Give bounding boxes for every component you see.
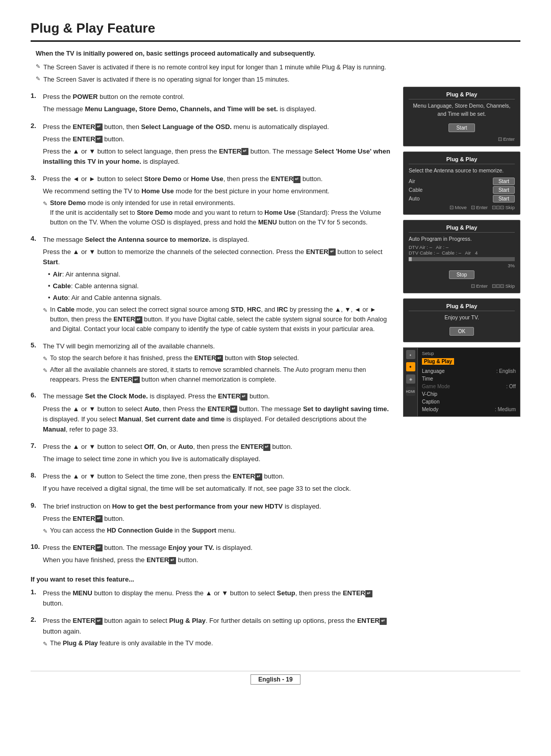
step-9-content: The brief instruction on How to get the …	[43, 501, 393, 538]
setup-menu-time-label: Time	[422, 376, 433, 382]
reset-step-1: Press the MENU button to display the men…	[31, 588, 393, 611]
step-3-content: Press the ◄ or ► button to select Store …	[43, 174, 393, 230]
step-2-line-1: Press the ENTER↵ button, then Select Lan…	[43, 122, 393, 132]
step-8-line-1: Press the ▲ or ▼ button to Select the ti…	[43, 471, 393, 482]
step-7-line-1: Press the ▲ or ▼ button to select Off, O…	[43, 442, 393, 452]
setup-menu-caption: Caption	[422, 398, 516, 406]
step-9-line-2: Press the ENTER↵ button.	[43, 514, 393, 524]
step-9-note-icon: ✎	[43, 527, 47, 536]
tv-panel-1-body: Menu Language, Store Demo, Channels, and…	[409, 102, 515, 118]
setup-main: Setup Plug & Play Language : English Tim…	[418, 348, 520, 416]
step-3-note-icon: ✎	[43, 199, 47, 208]
tv-panel-3-body: Auto Program in Progress.	[409, 235, 515, 243]
reset-step-1-content: Press the MENU button to display the men…	[43, 588, 393, 611]
setup-icon-3: ◈	[406, 374, 415, 384]
step-3-line-2: We recommend setting the TV to Home Use …	[43, 186, 393, 196]
tv-panel-4-ok-btn: OK	[449, 327, 474, 336]
step-4-content: The message Select the Antenna source to…	[43, 235, 393, 336]
bullet-air: Air: Air antenna signal.	[48, 269, 393, 280]
tv-panel-2: Plug & Play Select the Antenna source to…	[403, 152, 520, 215]
setup-icon-4: HDMI	[406, 387, 415, 396]
reset-steps-list: Press the MENU button to display the men…	[31, 588, 393, 650]
tv-panel-2-footer: ⊡ Move ⊡ Enter ⊡⊡⊡ Skip	[409, 205, 515, 210]
step-5-note-icon-2: ✎	[43, 366, 47, 375]
note-2: ✎ The Screen Saver is activated if there…	[31, 75, 520, 85]
setup-menu-gamemode-val: : Off	[506, 384, 516, 389]
step-10: Press the ENTER↵ button. The message Enj…	[31, 543, 393, 567]
step-1-line-1: Press the POWER button on the remote con…	[43, 92, 393, 102]
setup-menu-melody-label: Melody	[422, 407, 438, 412]
reset-step-2: Press the ENTER↵ button again to select …	[31, 616, 393, 650]
step-2-content: Press the ENTER↵ button, then Select Lan…	[43, 122, 393, 169]
step-3-subnote: ✎ Store Demo mode is only intended for u…	[43, 198, 393, 227]
intro-bold: When the TV is initially powered on, bas…	[36, 49, 315, 59]
step-7: Press the ▲ or ▼ button to select Off, O…	[31, 442, 393, 466]
setup-icon-1: ⬧	[406, 350, 415, 359]
note-icon-1: ✎	[36, 63, 40, 70]
step-1-content: Press the POWER button on the remote con…	[43, 92, 393, 116]
tv-panel-1-btn: Start	[448, 123, 474, 132]
step-10-line-2: When you have finished, press the ENTER↵…	[43, 555, 393, 565]
setup-sidebar: ⬧ ✦ ◈ HDMI	[404, 348, 418, 416]
tv-panel-3-stop-btn: Stop	[449, 270, 475, 279]
setup-panel: ⬧ ✦ ◈ HDMI Setup Plug & Play Language : …	[403, 347, 520, 417]
page-number: English - 19	[251, 674, 300, 685]
setup-menu-title: Plug & Play	[422, 358, 454, 365]
step-3-note-text: Store Demo mode is only intended for use…	[50, 198, 393, 227]
tv-panel-2-row-1-btn: Start	[493, 178, 515, 185]
step-4-note-text: In Cable mode, you can select the correc…	[50, 305, 393, 334]
note-icon-2: ✎	[36, 75, 40, 82]
step-3: Press the ◄ or ► button to select Store …	[31, 174, 393, 230]
step-5: The TV will begin memorizing all of the …	[31, 341, 393, 387]
step-4: The message Select the Antenna source to…	[31, 235, 393, 336]
left-column: Press the POWER button on the remote con…	[31, 87, 393, 656]
step-8: Press the ▲ or ▼ button to Select the ti…	[31, 471, 393, 496]
step-6-line-2: Press the ▲ or ▼ button to select Auto, …	[43, 404, 393, 435]
step-2-line-2: Press the ENTER↵ button.	[43, 134, 393, 144]
tv-panel-2-body: Select the Antenna source to memorize.	[409, 167, 515, 175]
setup-label: Setup	[422, 351, 516, 356]
step-5-subnote-2: ✎ After all the available channels are s…	[43, 365, 393, 385]
step-9: The brief instruction on How to get the …	[31, 501, 393, 538]
tv-panel-1-title: Plug & Play	[409, 91, 515, 99]
tv-panel-2-row-2: Cable Start	[409, 186, 515, 194]
tv-panel-2-title: Plug & Play	[409, 156, 515, 164]
tv-panel-2-row-3: Auto Start	[409, 195, 515, 203]
reset-step-2-line-1: Press the ENTER↵ button again to select …	[43, 616, 393, 636]
step-10-content: Press the ENTER↵ button. The message Enj…	[43, 543, 393, 567]
step-4-subnote: ✎ In Cable mode, you can select the corr…	[43, 305, 393, 334]
tv-panel-1-footer: ⊡ Enter	[409, 136, 515, 142]
tv-panel-1: Plug & Play Menu Language, Store Demo, C…	[403, 87, 520, 146]
step-9-subnote: ✎ You can access the HD Connection Guide…	[43, 526, 393, 536]
right-column: Plug & Play Menu Language, Store Demo, C…	[403, 87, 520, 656]
step-6: The message Set the Clock Mode. is displ…	[31, 391, 393, 437]
step-6-line-1: The message Set the Clock Mode. is displ…	[43, 391, 393, 401]
setup-menu-vchip-label: V-Chip	[422, 391, 437, 397]
step-3-line-1: Press the ◄ or ► button to select Store …	[43, 174, 393, 184]
page-title: Plug & Play Feature	[31, 20, 520, 42]
reset-note-icon: ✎	[43, 640, 47, 648]
tv-panel-3-progress-bar	[409, 257, 515, 261]
note-1: ✎ The Screen Saver is activated if there…	[31, 63, 520, 72]
step-5-subnote-1: ✎ To stop the search before it has finis…	[43, 354, 393, 363]
reset-section: If you want to reset this feature... Pre…	[31, 575, 393, 650]
setup-menu-language-val: : English	[496, 368, 516, 374]
step-7-content: Press the ▲ or ▼ button to select Off, O…	[43, 442, 393, 466]
step-4-line-2: Press the ▲ or ▼ button to memorize the …	[43, 247, 393, 267]
tv-panel-3-progress-fill	[409, 257, 412, 261]
setup-icon-2: ✦	[406, 362, 415, 371]
setup-menu-time: Time	[422, 375, 516, 383]
reset-step-1-line-1: Press the MENU button to display the men…	[43, 588, 393, 609]
step-6-content: The message Set the Clock Mode. is displ…	[43, 391, 393, 437]
step-5-note-text-2: After all the available channels are sto…	[50, 365, 393, 385]
tv-panel-3-dtv-row1: DTV Air : – Air : –	[409, 244, 515, 250]
setup-menu-vchip: V-Chip	[422, 390, 516, 398]
tv-panel-2-row-2-label: Cable	[409, 187, 422, 193]
setup-menu-language-label: Language	[422, 368, 445, 374]
tv-panel-3-dtv-row2: DTV Cable : – Cable : – Air 4	[409, 250, 515, 256]
reset-title: If you want to reset this feature...	[31, 575, 393, 583]
tv-panel-3: Plug & Play Auto Program in Progress. DT…	[403, 220, 520, 294]
tv-panel-4-title: Plug & Play	[409, 303, 515, 311]
reset-step-2-subnote: ✎ The Plug & Play feature is only availa…	[43, 639, 393, 648]
step-5-content: The TV will begin memorizing all of the …	[43, 341, 393, 387]
